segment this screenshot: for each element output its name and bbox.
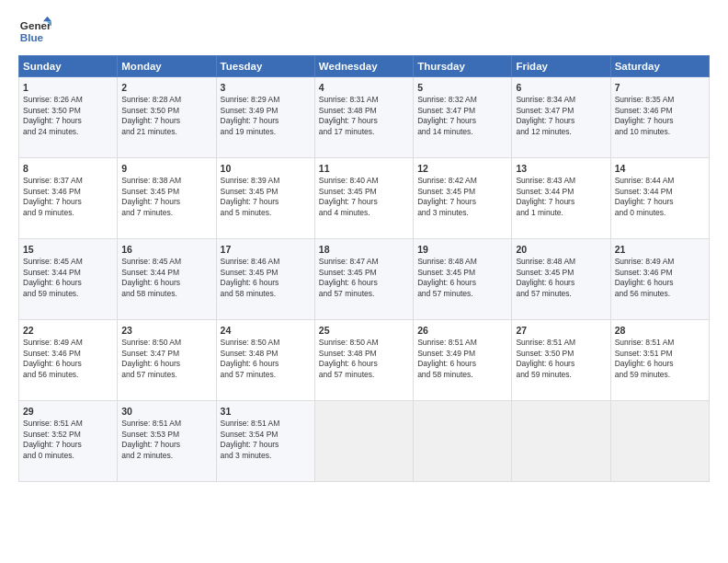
sunrise-label: Sunrise: 8:45 AM — [23, 257, 83, 266]
col-thursday: Thursday — [414, 56, 512, 77]
daylight-label: Daylight: 6 hours — [417, 359, 476, 368]
daylight-minutes: and 0 minutes. — [615, 208, 666, 217]
table-row: 22Sunrise: 8:49 AMSunset: 3:46 PMDayligh… — [19, 320, 118, 401]
daylight-minutes: and 57 minutes. — [319, 370, 374, 379]
day-number: 4 — [319, 81, 409, 94]
sunset-label: Sunset: 3:44 PM — [23, 268, 81, 277]
table-row: 6Sunrise: 8:34 AMSunset: 3:47 PMDaylight… — [512, 77, 610, 158]
day-number: 23 — [121, 324, 211, 337]
sunrise-label: Sunrise: 8:40 AM — [319, 176, 379, 185]
daylight-label: Daylight: 7 hours — [121, 116, 180, 125]
daylight-minutes: and 19 minutes. — [221, 127, 276, 136]
sunset-label: Sunset: 3:45 PM — [319, 268, 377, 277]
header: General Blue — [18, 15, 710, 48]
daylight-label: Daylight: 7 hours — [417, 116, 476, 125]
table-row — [414, 401, 512, 482]
daylight-label: Daylight: 6 hours — [121, 278, 180, 287]
daylight-minutes: and 58 minutes. — [121, 289, 176, 298]
table-row: 27Sunrise: 8:51 AMSunset: 3:50 PMDayligh… — [512, 320, 610, 401]
sunrise-label: Sunrise: 8:51 AM — [221, 419, 280, 428]
table-row: 24Sunrise: 8:50 AMSunset: 3:48 PMDayligh… — [216, 320, 314, 401]
sunset-label: Sunset: 3:50 PM — [121, 106, 179, 115]
sunset-label: Sunset: 3:45 PM — [417, 268, 475, 277]
sunset-label: Sunset: 3:45 PM — [417, 187, 475, 196]
sunrise-label: Sunrise: 8:29 AM — [221, 95, 280, 104]
table-row: 2Sunrise: 8:28 AMSunset: 3:50 PMDaylight… — [118, 77, 216, 158]
table-row: 10Sunrise: 8:39 AMSunset: 3:45 PMDayligh… — [216, 158, 314, 239]
daylight-label: Daylight: 6 hours — [23, 278, 82, 287]
daylight-label: Daylight: 7 hours — [23, 197, 82, 206]
table-row: 9Sunrise: 8:38 AMSunset: 3:45 PMDaylight… — [118, 158, 216, 239]
sunset-label: Sunset: 3:49 PM — [417, 349, 475, 358]
table-row: 23Sunrise: 8:50 AMSunset: 3:47 PMDayligh… — [118, 320, 216, 401]
sunset-label: Sunset: 3:44 PM — [615, 187, 673, 196]
daylight-label: Daylight: 6 hours — [615, 359, 674, 368]
calendar-week-row: 15Sunrise: 8:45 AMSunset: 3:44 PMDayligh… — [19, 239, 710, 320]
sunset-label: Sunset: 3:45 PM — [221, 268, 279, 277]
sunset-label: Sunset: 3:49 PM — [221, 106, 279, 115]
daylight-minutes: and 4 minutes. — [319, 208, 370, 217]
daylight-minutes: and 24 minutes. — [23, 127, 78, 136]
table-row: 12Sunrise: 8:42 AMSunset: 3:45 PMDayligh… — [414, 158, 512, 239]
daylight-minutes: and 21 minutes. — [121, 127, 176, 136]
daylight-label: Daylight: 6 hours — [121, 359, 180, 368]
sunrise-label: Sunrise: 8:43 AM — [516, 176, 575, 185]
sunset-label: Sunset: 3:53 PM — [121, 430, 179, 439]
sunset-label: Sunset: 3:48 PM — [319, 106, 377, 115]
sunrise-label: Sunrise: 8:31 AM — [319, 95, 379, 104]
daylight-minutes: and 58 minutes. — [221, 289, 276, 298]
sunset-label: Sunset: 3:47 PM — [417, 106, 475, 115]
sunset-label: Sunset: 3:48 PM — [319, 349, 377, 358]
day-number: 8 — [23, 162, 113, 175]
table-row: 11Sunrise: 8:40 AMSunset: 3:45 PMDayligh… — [314, 158, 413, 239]
day-number: 6 — [516, 81, 606, 94]
sunset-label: Sunset: 3:47 PM — [121, 349, 179, 358]
sunrise-label: Sunrise: 8:51 AM — [615, 338, 675, 347]
sunrise-label: Sunrise: 8:35 AM — [615, 95, 675, 104]
daylight-label: Daylight: 7 hours — [516, 116, 574, 125]
sunrise-label: Sunrise: 8:51 AM — [417, 338, 477, 347]
sunset-label: Sunset: 3:46 PM — [23, 187, 81, 196]
col-tuesday: Tuesday — [216, 56, 314, 77]
daylight-label: Daylight: 7 hours — [615, 116, 674, 125]
table-row: 25Sunrise: 8:50 AMSunset: 3:48 PMDayligh… — [314, 320, 413, 401]
daylight-label: Daylight: 7 hours — [615, 197, 674, 206]
sunset-label: Sunset: 3:50 PM — [516, 349, 574, 358]
daylight-minutes: and 9 minutes. — [23, 208, 74, 217]
daylight-label: Daylight: 7 hours — [417, 197, 476, 206]
daylight-label: Daylight: 6 hours — [23, 359, 82, 368]
col-monday: Monday — [118, 56, 216, 77]
daylight-minutes: and 7 minutes. — [121, 208, 173, 217]
daylight-minutes: and 14 minutes. — [417, 127, 472, 136]
daylight-minutes: and 12 minutes. — [516, 127, 571, 136]
daylight-minutes: and 57 minutes. — [516, 289, 571, 298]
daylight-label: Daylight: 7 hours — [516, 197, 574, 206]
table-row: 14Sunrise: 8:44 AMSunset: 3:44 PMDayligh… — [610, 158, 709, 239]
day-number: 14 — [615, 162, 705, 175]
table-row: 16Sunrise: 8:45 AMSunset: 3:44 PMDayligh… — [118, 239, 216, 320]
day-number: 7 — [615, 81, 705, 94]
table-row: 1Sunrise: 8:26 AMSunset: 3:50 PMDaylight… — [19, 77, 118, 158]
table-row: 8Sunrise: 8:37 AMSunset: 3:46 PMDaylight… — [19, 158, 118, 239]
day-number: 15 — [23, 243, 113, 256]
day-number: 24 — [221, 324, 311, 337]
sunset-label: Sunset: 3:46 PM — [23, 349, 81, 358]
logo: General Blue — [18, 15, 51, 48]
day-number: 12 — [417, 162, 507, 175]
calendar-table: Sunday Monday Tuesday Wednesday Thursday… — [18, 55, 710, 482]
sunrise-label: Sunrise: 8:45 AM — [121, 257, 181, 266]
day-number: 19 — [417, 243, 507, 256]
calendar-week-row: 29Sunrise: 8:51 AMSunset: 3:52 PMDayligh… — [19, 401, 710, 482]
table-row — [314, 401, 413, 482]
sunrise-label: Sunrise: 8:50 AM — [121, 338, 181, 347]
sunrise-label: Sunrise: 8:49 AM — [23, 338, 83, 347]
sunrise-label: Sunrise: 8:49 AM — [615, 257, 675, 266]
daylight-minutes: and 59 minutes. — [615, 370, 670, 379]
calendar-week-row: 8Sunrise: 8:37 AMSunset: 3:46 PMDaylight… — [19, 158, 710, 239]
daylight-minutes: and 57 minutes. — [319, 289, 374, 298]
sunset-label: Sunset: 3:50 PM — [23, 106, 81, 115]
day-number: 29 — [23, 405, 113, 418]
daylight-minutes: and 3 minutes. — [417, 208, 469, 217]
day-number: 22 — [23, 324, 113, 337]
sunrise-label: Sunrise: 8:28 AM — [121, 95, 181, 104]
